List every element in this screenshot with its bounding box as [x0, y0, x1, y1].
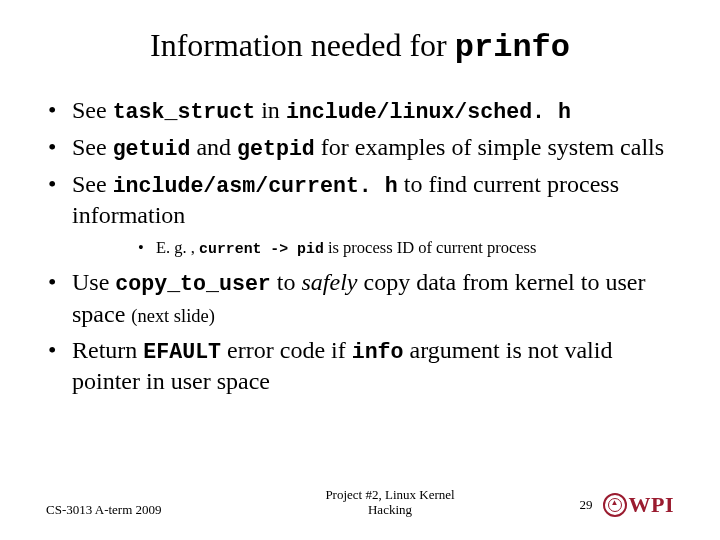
code: task_struct: [113, 100, 256, 124]
footer-left: CS-3013 A-term 2009: [46, 502, 256, 518]
text: for examples of simple system calls: [315, 134, 664, 160]
logo-text: WPI: [629, 492, 675, 518]
text: See: [72, 171, 113, 197]
bullet-list: See task_struct in include/linux/sched. …: [46, 95, 674, 397]
text: See: [72, 97, 113, 123]
bullet-1: See task_struct in include/linux/sched. …: [46, 95, 674, 127]
slide-title: Information needed for prinfo: [46, 26, 674, 67]
code: include/linux/sched. h: [286, 100, 571, 124]
text: error code if: [221, 337, 352, 363]
bullet-3: See include/asm/current. h to find curre…: [46, 169, 674, 260]
text: to: [271, 269, 302, 295]
italic-text: safely: [302, 269, 358, 295]
code: current -> pid: [199, 241, 324, 257]
bullet-5: Return EFAULT error code if info argumen…: [46, 335, 674, 397]
seal-icon: [603, 493, 627, 517]
bullet-2: See getuid and getpid for examples of si…: [46, 132, 674, 164]
bullet-4: Use copy_to_user to safely copy data fro…: [46, 267, 674, 329]
sub-bullet-list: E. g. , current -> pid is process ID of …: [138, 237, 674, 259]
sub-bullet-1: E. g. , current -> pid is process ID of …: [138, 237, 674, 259]
paren-text: (next slide): [131, 306, 215, 326]
footer: CS-3013 A-term 2009 Project #2, Linux Ke…: [0, 488, 720, 518]
slide: Information needed for prinfo See task_s…: [0, 0, 720, 540]
text: Use: [72, 269, 115, 295]
code: copy_to_user: [115, 272, 271, 296]
text: in: [255, 97, 286, 123]
footer-center-line2: Hacking: [368, 502, 412, 517]
title-text: Information needed for: [150, 27, 455, 63]
code: getpid: [237, 137, 315, 161]
code: EFAULT: [143, 340, 221, 364]
text: and: [190, 134, 237, 160]
text: See: [72, 134, 113, 160]
text: E. g. ,: [156, 238, 199, 257]
footer-right: 29 WPI: [524, 492, 674, 518]
title-code: prinfo: [455, 29, 570, 66]
wpi-logo: WPI: [603, 492, 675, 518]
page-number: 29: [580, 497, 593, 513]
text: Return: [72, 337, 143, 363]
footer-center: Project #2, Linux Kernel Hacking: [256, 488, 524, 518]
text: is process ID of current process: [324, 238, 537, 257]
footer-center-line1: Project #2, Linux Kernel: [325, 487, 454, 502]
code: info: [352, 340, 404, 364]
code: include/asm/current. h: [113, 174, 398, 198]
code: getuid: [113, 137, 191, 161]
